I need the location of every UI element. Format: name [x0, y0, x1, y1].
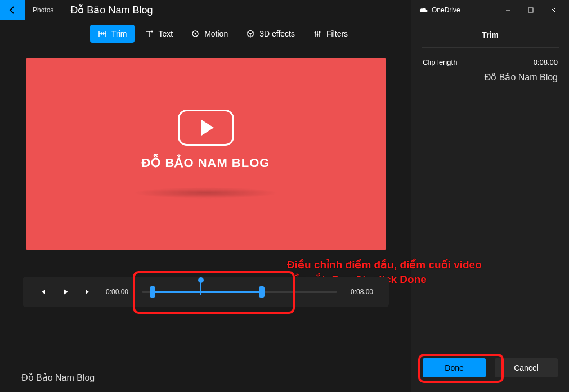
- video-logo-badge: [178, 110, 234, 146]
- tool-text[interactable]: Text: [137, 25, 181, 43]
- timeline-selection: [150, 291, 259, 293]
- app-name: Photos: [33, 6, 53, 14]
- window-controls: [497, 0, 564, 20]
- next-frame-button[interactable]: [80, 284, 96, 300]
- timeline-track[interactable]: [142, 291, 337, 293]
- start-time: 0:00.00: [106, 288, 132, 296]
- trim-start-handle[interactable]: [150, 286, 155, 298]
- tool-3d-effects[interactable]: 3D effects: [238, 25, 303, 43]
- project-title: Đỗ Bảo Nam Blog: [70, 4, 153, 16]
- video-shadow: [133, 187, 279, 199]
- tool-filters-label: Filters: [326, 29, 348, 38]
- cancel-button[interactable]: Cancel: [495, 358, 558, 377]
- tool-motion-label: Motion: [204, 29, 228, 38]
- panel-title: Trim: [422, 20, 559, 48]
- sidebar-titlebar: OneDrive: [411, 0, 569, 20]
- svg-rect-6: [528, 8, 533, 12]
- play-button[interactable]: [57, 284, 73, 300]
- sidebar-actions: Done Cancel: [411, 349, 569, 392]
- close-button[interactable]: [542, 0, 564, 20]
- cloud-icon: [419, 7, 428, 13]
- tool-filters[interactable]: Filters: [305, 25, 356, 43]
- minimize-button[interactable]: [497, 0, 519, 20]
- svg-point-3: [314, 32, 316, 34]
- titlebar: Photos Đỗ Bảo Nam Blog: [0, 0, 411, 20]
- prev-frame-button[interactable]: [35, 284, 51, 300]
- onedrive-label: OneDrive: [432, 6, 460, 14]
- tool-effects-label: 3D effects: [259, 29, 295, 38]
- onedrive-status[interactable]: OneDrive: [419, 6, 460, 14]
- preview-area: ĐỖ BẢO NAM BLOG: [0, 47, 411, 255]
- watermark: Đỗ Bảo Nam Blog: [21, 372, 95, 383]
- back-button[interactable]: [0, 0, 25, 20]
- motion-icon: [191, 29, 200, 38]
- tool-motion[interactable]: Motion: [183, 25, 236, 43]
- sidebar-brand: Đỗ Bảo Nam Blog: [411, 69, 569, 83]
- clip-length-value: 0:08.00: [534, 58, 558, 66]
- svg-point-2: [195, 33, 196, 35]
- maximize-button[interactable]: [519, 0, 542, 20]
- svg-point-4: [316, 34, 318, 36]
- effects-icon: [246, 29, 255, 38]
- play-triangle-icon: [201, 120, 214, 136]
- toolbar: Trim Text Motion 3D effects: [0, 20, 411, 47]
- tool-trim-label: Trim: [111, 29, 127, 38]
- end-time: 0:08.00: [347, 288, 373, 296]
- svg-point-5: [319, 31, 320, 33]
- filters-icon: [313, 29, 322, 38]
- clip-length-row: Clip length 0:08.00: [411, 48, 569, 69]
- main-area: Photos Đỗ Bảo Nam Blog Trim Text Moti: [0, 0, 411, 392]
- clip-length-label: Clip length: [423, 58, 457, 66]
- sidebar: OneDrive Trim Clip length 0:08.00 Đỗ Bảo…: [411, 0, 569, 392]
- done-button[interactable]: Done: [423, 358, 486, 377]
- trim-icon: [98, 29, 107, 38]
- text-icon: [145, 29, 154, 38]
- trim-end-handle[interactable]: [259, 286, 265, 298]
- video-title: ĐỖ BẢO NAM BLOG: [142, 156, 270, 170]
- playhead[interactable]: [200, 282, 201, 295]
- tool-text-label: Text: [158, 29, 173, 38]
- tool-trim[interactable]: Trim: [90, 25, 135, 43]
- svg-point-0: [151, 31, 153, 33]
- video-preview[interactable]: ĐỖ BẢO NAM BLOG: [26, 58, 386, 250]
- transport-bar: 0:00.00 0:08.00: [23, 277, 389, 307]
